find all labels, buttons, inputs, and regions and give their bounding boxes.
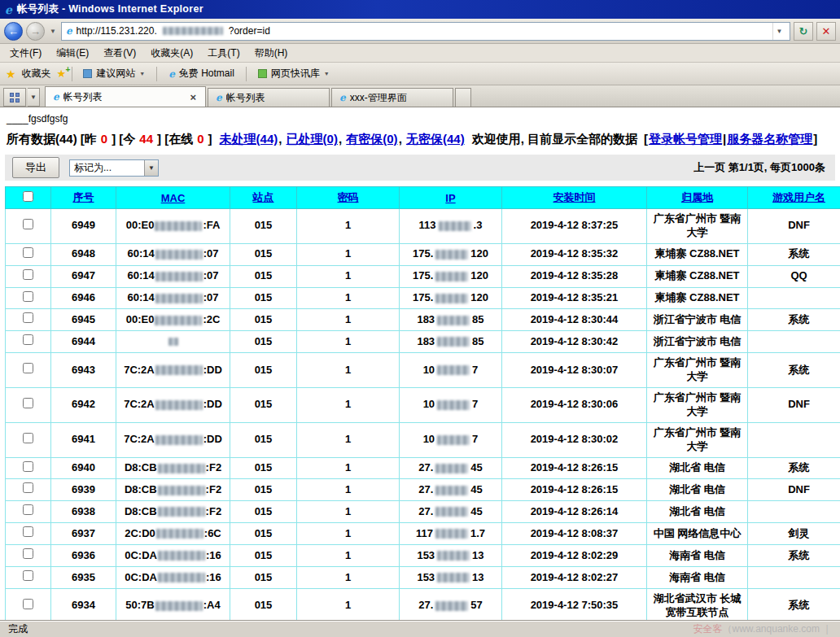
sort-site-link[interactable]: 站点 [253, 191, 274, 203]
row-password: 1 [297, 388, 400, 423]
row-checkbox[interactable] [23, 570, 33, 581]
row-checkbox[interactable] [23, 312, 33, 323]
summary-link[interactable]: 未处理(44) [220, 132, 278, 146]
menu-bar: 文件(F)编辑(E)查看(V)收藏夹(A)工具(T)帮助(H) [0, 44, 840, 63]
row-install-time: 2019-4-12 8:35:28 [502, 265, 647, 287]
table-row: 69350C:DA:160151153132019-4-12 8:02:27海南… [6, 567, 840, 589]
url-dropdown-icon[interactable]: ▼ [772, 23, 785, 40]
url-field[interactable]: e http://115.231.220. ?order=id ▼ [61, 22, 790, 41]
favorites-bar-item[interactable]: 建议网站▼ [78, 65, 150, 82]
sort-password-link[interactable]: 密码 [338, 191, 359, 203]
row-checkbox[interactable] [23, 219, 33, 229]
row-ip: 18385 [400, 331, 502, 353]
select-all-checkbox[interactable] [23, 191, 33, 202]
row-location: 柬埔寨 CZ88.NET [647, 265, 748, 287]
row-checkbox[interactable] [23, 334, 33, 345]
row-install-time: 2019-4-12 8:35:32 [502, 243, 647, 265]
menu-item[interactable]: 文件(F) [2, 44, 49, 63]
row-checkbox[interactable] [23, 398, 33, 408]
favorites-bar-item[interactable]: 网页快讯库▼ [253, 65, 335, 82]
watermark: 安全客（www.anquanke.com ｜ [693, 622, 832, 636]
back-button[interactable]: ← [4, 22, 23, 41]
row-checkbox[interactable] [23, 291, 33, 302]
manage-link[interactable]: 登录帐号管理 [649, 132, 722, 146]
redacted-pixels [437, 365, 470, 375]
row-checkbox[interactable] [23, 599, 33, 609]
browser-tab[interactable]: exxx-管理界面 [331, 88, 453, 107]
navigation-history-dropdown-icon[interactable]: ▼ [48, 28, 58, 35]
quick-tabs-button[interactable] [3, 88, 26, 107]
manage-link[interactable]: 服务器名称管理 [727, 132, 812, 146]
row-id: 6936 [51, 545, 116, 567]
refresh-button[interactable]: ↻ [794, 22, 813, 41]
select-dropdown-icon: ▼ [144, 160, 158, 176]
table-row: 694760:14:070151175.1202019-4-12 8:35:28… [6, 265, 840, 287]
row-checkbox[interactable] [23, 247, 33, 258]
summary-link[interactable]: 有密保(0) [346, 132, 397, 146]
watermark-brand: 安全客 [693, 623, 723, 635]
row-site: 015 [230, 265, 297, 287]
menu-item[interactable]: 收藏夹(A) [143, 44, 200, 63]
row-site: 015 [230, 422, 297, 457]
summary-link[interactable]: 已处理(0) [287, 132, 338, 146]
row-checkbox[interactable] [23, 433, 33, 443]
count-yesterday: 0 [101, 132, 107, 146]
row-checkbox[interactable] [23, 548, 33, 559]
row-site: 015 [230, 353, 297, 388]
sort-location-link[interactable]: 归属地 [681, 191, 713, 203]
row-checkbox[interactable] [23, 504, 33, 515]
row-checkbox[interactable] [23, 461, 33, 472]
menu-item[interactable]: 编辑(E) [49, 44, 96, 63]
menu-item[interactable]: 帮助(H) [247, 44, 295, 63]
redacted-pixels [155, 601, 203, 611]
select-all-header [6, 187, 51, 209]
quick-tabs-grid-icon [10, 93, 20, 103]
export-button[interactable]: 导出 [12, 157, 59, 178]
separator [72, 67, 72, 81]
sort-install-time-link[interactable]: 安装时间 [553, 191, 596, 203]
tab-label: 帐号列表 [63, 90, 103, 104]
sort-mac-link[interactable]: MAC [161, 192, 186, 204]
row-game-user [748, 422, 840, 457]
browser-tab[interactable]: e帐号列表× [45, 86, 206, 107]
sort-game-user-link[interactable]: 游戏用户名 [772, 191, 825, 203]
row-ip: 27.45 [400, 479, 502, 501]
address-bar: ← → ▼ e http://115.231.220. ?order=id ▼ … [0, 19, 840, 44]
tab-list-dropdown-icon[interactable]: ▼ [28, 88, 40, 107]
table-row: 694900:E0:FA0151113.32019-4-12 8:37:25广东… [6, 209, 840, 244]
stop-button[interactable]: ✕ [816, 22, 836, 41]
add-to-favorites-icon[interactable]: ★+ [57, 68, 67, 80]
row-checkbox[interactable] [23, 269, 33, 280]
row-location: 广东省广州市 暨南大学 [647, 422, 748, 457]
summary-link[interactable]: 无密保(44) [406, 132, 465, 146]
row-install-time: 2019-4-12 8:26:15 [502, 457, 647, 479]
mark-as-select[interactable]: 标记为... ▼ [69, 159, 159, 177]
browser-tab[interactable]: e帐号列表 [208, 88, 330, 107]
sort-ip-link[interactable]: IP [445, 192, 455, 204]
header-mac: MAC [116, 187, 230, 209]
page-top-text: ____fgsdfgsfg [7, 113, 840, 124]
row-install-time: 2019-4-12 8:37:25 [502, 209, 647, 244]
favorites-label[interactable]: 收藏夹 [22, 67, 51, 81]
favorites-star-icon[interactable]: ★ [6, 68, 16, 80]
menu-item[interactable]: 查看(V) [96, 44, 143, 63]
row-mac: 0C:DA:16 [116, 545, 230, 567]
favorite-item-label: 免费 Hotmail [179, 67, 234, 81]
row-game-user: 剑灵 [748, 523, 840, 545]
row-id: 6941 [51, 422, 116, 457]
new-tab-stub[interactable] [455, 88, 471, 107]
row-checkbox[interactable] [23, 363, 33, 373]
row-checkbox[interactable] [23, 482, 33, 493]
redacted-pixels [435, 507, 468, 517]
row-password: 1 [297, 457, 400, 479]
sort-id-link[interactable]: 序号 [73, 191, 94, 203]
row-checkbox[interactable] [23, 526, 33, 537]
favorites-bar-item[interactable]: e免费 Hotmail [164, 65, 239, 82]
row-id: 6946 [51, 287, 116, 309]
menu-item[interactable]: 工具(T) [200, 44, 247, 63]
redacted-pixels [155, 221, 202, 231]
separator [156, 67, 157, 81]
forward-button[interactable]: → [26, 22, 45, 41]
row-location: 广东省广州市 暨南大学 [647, 353, 748, 388]
close-tab-icon[interactable]: × [188, 91, 198, 103]
